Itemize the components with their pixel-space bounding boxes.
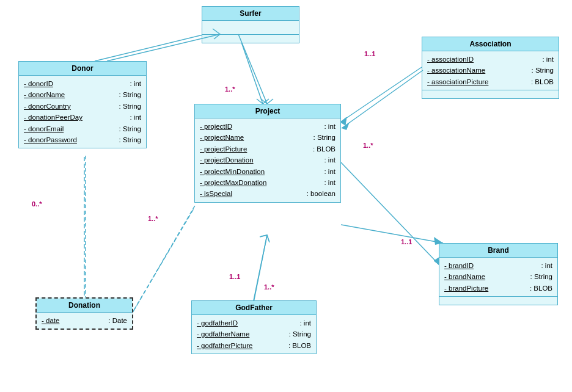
- proj-attr-1: - projectName : String: [200, 132, 336, 143]
- brand-footer: [439, 296, 557, 305]
- donation-class: Donation - date : Date: [35, 297, 133, 330]
- brand-body: - brandID : int - brandName : String - b…: [439, 258, 557, 296]
- uml-diagram: Surfer Donor - donorID : int - donorName…: [0, 0, 572, 392]
- proj-attr-6: - isSpecial : boolean: [200, 188, 336, 199]
- mult-2: 1..*: [225, 85, 235, 93]
- mult-8: 1..*: [264, 283, 274, 291]
- assoc-attr-1: - associationName : String: [427, 65, 554, 76]
- proj-attr-5: - projectMaxDonation : int: [200, 177, 336, 188]
- assoc-footer: [422, 90, 559, 98]
- donor-attr-3: - donationPeerDay : int: [24, 112, 141, 123]
- gf-attr-0: - godfatherID : int: [197, 318, 311, 328]
- assoc-attr-2: - associationPicture : BLOB: [427, 76, 554, 87]
- svg-line-8: [131, 205, 196, 314]
- brand-header: Brand: [439, 244, 557, 258]
- donation-header: Donation: [37, 299, 132, 313]
- donor-header: Donor: [19, 62, 146, 76]
- brand-attr-2: - brandPicture : BLOB: [444, 283, 552, 294]
- svg-line-16: [341, 225, 443, 243]
- surfer-class: Surfer: [202, 6, 299, 43]
- proj-attr-4: - projectMinDonation : int: [200, 166, 336, 177]
- brand-attr-0: - brandID : int: [444, 260, 552, 271]
- gf-attr-1: - godfatherName : String: [197, 328, 311, 339]
- svg-line-15: [133, 208, 194, 311]
- proj-attr-3: - projectDonation : int: [200, 154, 336, 165]
- godfather-body: - godfatherID : int - godfatherName : St…: [192, 315, 316, 354]
- svg-line-12: [342, 70, 423, 128]
- mult-1: 1..1: [364, 50, 375, 57]
- godfather-header: GodFather: [192, 301, 316, 315]
- svg-marker-3: [340, 117, 346, 125]
- surfer-body: [202, 21, 299, 34]
- svg-line-1: [95, 34, 208, 61]
- mult-3: 0..*: [32, 200, 42, 208]
- project-header: Project: [195, 104, 340, 118]
- svg-line-11: [238, 34, 267, 104]
- surfer-header: Surfer: [202, 7, 299, 21]
- proj-attr-0: - projectID : int: [200, 121, 336, 132]
- svg-line-2: [340, 67, 422, 122]
- assoc-attr-0: - associationID : int: [427, 54, 554, 65]
- mult-6: 1..1: [401, 238, 412, 245]
- donor-attr-5: - donorPassword : String: [24, 134, 141, 145]
- mult-4: 1..*: [148, 215, 158, 222]
- donor-attr-4: - donorEmail : String: [24, 123, 141, 134]
- brand-class: Brand - brandID : int - brandName : Stri…: [439, 243, 558, 305]
- donor-attr-2: - donorCountry : String: [24, 101, 141, 112]
- proj-attr-2: - projectPicture : BLOB: [200, 143, 336, 154]
- surfer-footer: [202, 34, 299, 43]
- project-class: Project - projectID : int - projectName …: [194, 104, 341, 203]
- association-body: - associationID : int - associationName …: [422, 51, 559, 90]
- brand-attr-1: - brandName : String: [444, 271, 552, 282]
- donor-class: Donor - donorID : int - donorName : Stri…: [18, 61, 147, 148]
- donation-attr-0: - date : Date: [42, 315, 127, 326]
- donor-attr-0: - donorID : int: [24, 78, 141, 89]
- donation-body: - date : Date: [37, 313, 132, 328]
- gf-attr-2: - godfatherPicture : BLOB: [197, 340, 311, 351]
- svg-line-0: [238, 34, 263, 104]
- svg-line-9: [254, 235, 267, 302]
- project-body: - projectID : int - projectName : String…: [195, 118, 340, 202]
- mult-7: 1..1: [229, 273, 240, 280]
- svg-marker-13: [342, 122, 350, 130]
- svg-line-4: [340, 162, 440, 266]
- donor-body: - donorID : int - donorName : String - d…: [19, 76, 146, 148]
- donor-attr-1: - donorName : String: [24, 89, 141, 100]
- mult-5: 1..*: [363, 142, 373, 149]
- association-class: Association - associationID : int - asso…: [422, 37, 559, 99]
- godfather-class: GodFather - godfatherID : int - godfathe…: [191, 300, 317, 354]
- association-header: Association: [422, 37, 559, 51]
